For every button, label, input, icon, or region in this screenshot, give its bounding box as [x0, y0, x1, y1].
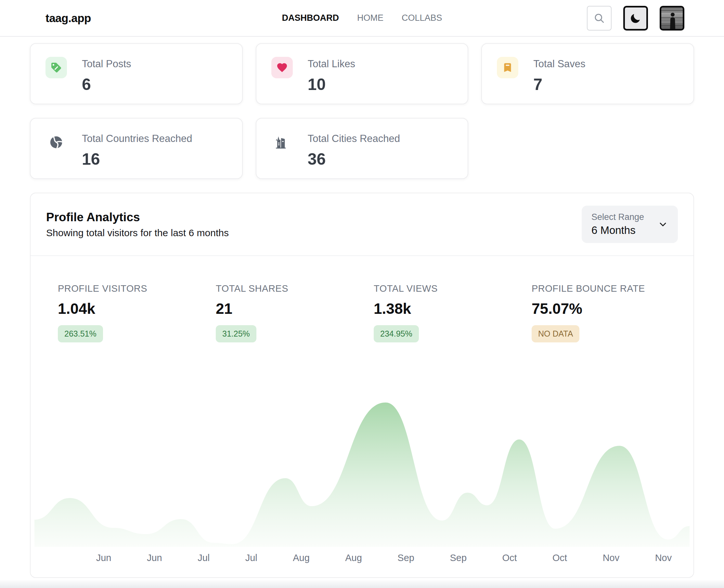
moon-icon: [629, 12, 642, 24]
metric-value: 21: [216, 300, 362, 317]
bookmark-icon: [497, 57, 518, 78]
metric-badge: 234.95%: [374, 325, 419, 342]
metric-value: 1.04k: [58, 300, 204, 317]
analytics-subtitle: Showing total visitors for the last 6 mo…: [46, 227, 229, 238]
metric-profile-visitors: PROFILE VISITORS 1.04k 263.51%: [46, 283, 204, 342]
nav-collabs[interactable]: COLLABS: [402, 13, 442, 23]
tag-icon: [45, 57, 67, 78]
x-axis-tick: Nov: [603, 552, 620, 563]
avatar-button[interactable]: [660, 6, 684, 30]
x-axis-tick: Aug: [345, 552, 362, 563]
stat-card-total-countries: Total Countries Reached 16: [30, 118, 243, 179]
stat-label: Total Posts: [82, 58, 131, 70]
x-axis-tick: Sep: [450, 552, 467, 563]
metric-total-shares: TOTAL SHARES 21 31.25%: [204, 283, 362, 342]
brand-logo[interactable]: taag.app: [45, 12, 91, 25]
stat-value: 6: [82, 75, 131, 94]
x-axis-tick: Jun: [147, 552, 162, 563]
theme-toggle-button[interactable]: [623, 6, 648, 30]
header-actions: [587, 6, 684, 30]
x-axis-tick: Oct: [502, 552, 517, 563]
stat-value: 7: [533, 75, 585, 94]
visitors-area-chart[interactable]: JunJunJulJulAugAugSepSepOctOctNovNov: [30, 366, 694, 563]
metric-label: TOTAL SHARES: [216, 283, 362, 294]
city-icon: [271, 131, 293, 153]
visitors-area-series: [35, 402, 689, 547]
top-nav-bar: taag.app DASHBOARD HOME COLLABS: [0, 0, 724, 37]
stat-label: Total Likes: [308, 58, 355, 70]
metric-bounce-rate: PROFILE BOUNCE RATE 75.07% NO DATA: [520, 283, 678, 342]
stats-grid: Total Posts 6 Total Likes 10 Total Saves…: [30, 43, 694, 179]
main-nav: DASHBOARD HOME COLLABS: [282, 0, 442, 36]
nav-home[interactable]: HOME: [357, 13, 384, 23]
metric-label: PROFILE BOUNCE RATE: [532, 283, 678, 294]
x-axis-tick: Sep: [397, 552, 414, 563]
metrics-row: PROFILE VISITORS 1.04k 263.51% TOTAL SHA…: [30, 256, 694, 342]
stat-card-total-posts: Total Posts 6: [30, 43, 243, 104]
nav-dashboard[interactable]: DASHBOARD: [282, 13, 339, 23]
x-axis-tick: Nov: [655, 552, 672, 563]
metric-badge: NO DATA: [532, 325, 579, 342]
metric-label: PROFILE VISITORS: [58, 283, 204, 294]
search-icon: [593, 12, 605, 24]
x-axis-tick: Jul: [245, 552, 257, 563]
profile-analytics-card: Profile Analytics Showing total visitors…: [30, 193, 694, 578]
avatar-image: [661, 7, 683, 29]
metric-value: 1.38k: [374, 300, 520, 317]
range-select-label: Select Range: [592, 212, 644, 222]
globe-icon: [45, 131, 67, 153]
page-bottom-strip: [0, 580, 724, 588]
analytics-title: Profile Analytics: [46, 211, 229, 224]
x-axis-tick: Jul: [198, 552, 210, 563]
stat-value: 16: [82, 150, 192, 169]
stat-label: Total Countries Reached: [82, 133, 192, 145]
metric-label: TOTAL VIEWS: [374, 283, 520, 294]
stat-card-total-cities: Total Cities Reached 36: [256, 118, 469, 179]
range-select-dropdown[interactable]: Select Range 6 Months: [582, 206, 678, 243]
metric-badge: 31.25%: [216, 325, 256, 342]
search-button[interactable]: [587, 6, 612, 30]
x-axis-tick: Oct: [553, 552, 567, 563]
metric-badge: 263.51%: [58, 325, 103, 342]
stat-label: Total Saves: [533, 58, 585, 70]
chevron-down-icon: [658, 219, 668, 230]
stat-value: 36: [308, 150, 400, 169]
stat-card-total-saves: Total Saves 7: [481, 43, 694, 104]
metric-total-views: TOTAL VIEWS 1.38k 234.95%: [362, 283, 520, 342]
stat-card-total-likes: Total Likes 10: [256, 43, 469, 104]
heart-icon: [271, 57, 293, 78]
analytics-header: Profile Analytics Showing total visitors…: [30, 193, 694, 256]
stat-label: Total Cities Reached: [308, 133, 400, 145]
x-axis-labels: JunJunJulJulAugAugSepSepOctOctNovNov: [35, 552, 689, 563]
x-axis-tick: Jun: [96, 552, 111, 563]
x-axis-tick: Aug: [293, 552, 310, 563]
metric-value: 75.07%: [532, 300, 678, 317]
stat-value: 10: [308, 75, 355, 94]
range-select-value: 6 Months: [592, 224, 644, 236]
